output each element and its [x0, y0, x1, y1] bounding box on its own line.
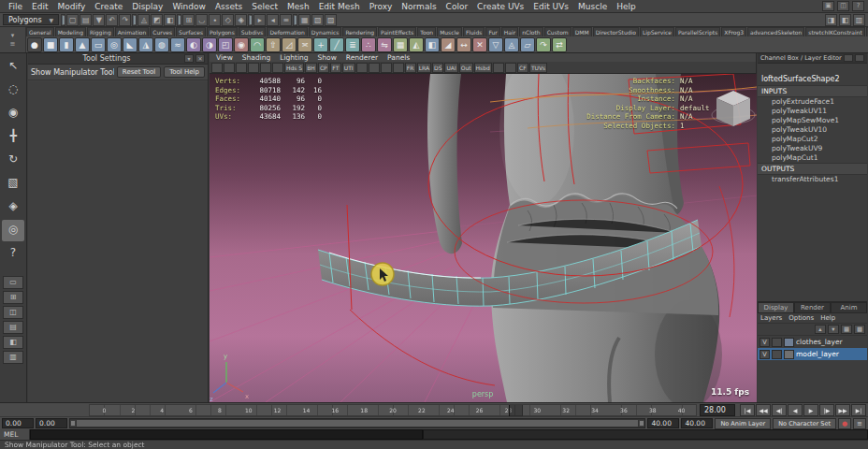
shelf-tab[interactable]: General	[26, 27, 54, 36]
film-gate-icon[interactable]	[272, 63, 283, 73]
chip-tuvs[interactable]: TUVs	[529, 63, 547, 73]
poly-helix-icon[interactable]: ≈	[170, 37, 185, 52]
viewport-menu-item[interactable]: View	[211, 53, 238, 62]
layer-row[interactable]: V model_layer	[758, 348, 867, 360]
scale-tool[interactable]: ▧	[2, 173, 24, 195]
poly-cylinder-icon[interactable]: ▮	[59, 37, 74, 52]
chip-cp[interactable]: CP	[318, 63, 329, 73]
slide-edge-icon[interactable]: ↔	[456, 37, 471, 52]
menu-item[interactable]: File	[4, 2, 27, 11]
viewport-canvas[interactable]: y x z Verts:	[210, 74, 757, 402]
menu-item[interactable]: Normals	[397, 2, 441, 11]
panel-layout-icon[interactable]: ▣	[822, 1, 834, 11]
layer-color-swatch[interactable]	[784, 350, 794, 359]
new-layer-from-selected-icon[interactable]: ▩	[854, 325, 865, 334]
time-slider-strip[interactable]: 0246810121416182022242628303234363840	[89, 404, 697, 416]
layer-display-type-toggle[interactable]	[772, 350, 782, 359]
viewport-menu-item[interactable]: Renderer	[341, 53, 383, 62]
chip-fr[interactable]: FR	[405, 63, 416, 73]
delete-edge-icon[interactable]: ✕	[472, 37, 487, 52]
shelf-tab[interactable]: Curves	[150, 27, 175, 36]
menu-item[interactable]: Mesh	[282, 2, 314, 11]
select-object-icon[interactable]: ◩	[151, 14, 163, 26]
go-to-end-button[interactable]: ▶|	[851, 404, 866, 416]
selected-node-name[interactable]: loftedSurfaceShape2	[758, 73, 867, 85]
collapse-panel-icon[interactable]: ▾	[184, 54, 194, 63]
animation-preferences-button[interactable]: ≡	[853, 418, 866, 429]
save-scene-icon[interactable]: ▼	[93, 14, 105, 26]
chip-uti[interactable]: UTI	[342, 63, 355, 73]
menu-item[interactable]: Window	[167, 2, 210, 11]
shelf-tab[interactable]: DirectorStudio	[593, 27, 639, 36]
move-tool[interactable]: ╋	[2, 126, 24, 148]
poly-prism-icon[interactable]: ◣	[123, 37, 137, 52]
hud-toggle-chip[interactable]: Hds S	[284, 63, 304, 73]
menu-item[interactable]: Edit Mesh	[314, 2, 365, 11]
wireframe-mode-icon[interactable]	[356, 63, 368, 73]
sculpt-tool-icon[interactable]: ◭	[409, 37, 424, 52]
redo-icon[interactable]: ↷	[119, 14, 131, 26]
layout-persp-graph[interactable]: ▤	[3, 321, 23, 334]
menu-set-selector[interactable]: Polygons ▼	[3, 14, 59, 25]
chip-ds[interactable]: DS	[432, 63, 443, 73]
menu-item[interactable]: Edit UVs	[528, 2, 573, 11]
step-forward-key-button[interactable]: ▶▶	[835, 404, 850, 416]
layout-uv-persp[interactable]: ▥	[3, 351, 23, 364]
shelf-tab[interactable]: Animation	[115, 27, 150, 36]
viewport-menu-item[interactable]: Lighting	[275, 53, 312, 62]
input-node-item[interactable]: polyMapCut2	[758, 135, 867, 144]
new-empty-layer-icon[interactable]: ▦	[841, 325, 852, 334]
layer-display-type-toggle[interactable]	[772, 338, 782, 347]
shelf-tab[interactable]: Dynamics	[309, 27, 342, 36]
playback-start-field[interactable]: 0.00	[36, 418, 67, 428]
animation-end-field[interactable]: 40.00	[681, 418, 713, 428]
shelf-tab[interactable]: PaintEffects	[378, 27, 416, 36]
shelf-tab[interactable]: Polygons	[207, 27, 238, 36]
layer-editor-menu-item[interactable]: Help	[820, 313, 835, 323]
render-settings-icon[interactable]: ▨	[325, 14, 337, 26]
shelf-tab[interactable]: Custom	[544, 27, 571, 36]
reset-tool-button[interactable]: Reset Tool	[117, 66, 161, 78]
select-camera-icon[interactable]	[211, 63, 223, 73]
layer-color-swatch[interactable]	[784, 338, 794, 347]
input-node-item[interactable]: polyTweakUV9	[758, 144, 867, 153]
channel-box-toggle-icon[interactable]: ▥	[853, 14, 865, 26]
animation-start-field[interactable]: 0.00	[2, 418, 34, 428]
snap-to-grid-icon[interactable]: ⊞	[182, 14, 195, 26]
shelf-tab[interactable]: Hair	[501, 27, 518, 36]
shelf-tab[interactable]: Fur	[485, 27, 499, 36]
project-curve-icon[interactable]: ↷	[536, 37, 551, 52]
poly-cube-icon[interactable]: ■	[43, 37, 58, 52]
chip-out[interactable]: Out	[459, 63, 473, 73]
input-node-item[interactable]: polyExtrudeFace1	[758, 97, 867, 107]
range-slider[interactable]	[69, 418, 645, 428]
shaded-mode-icon[interactable]	[369, 63, 380, 73]
crease-tool-icon[interactable]: ◢	[441, 37, 456, 52]
select-component-icon[interactable]: ◧	[164, 14, 176, 26]
layer-editor-tab[interactable]: Anim	[831, 302, 867, 313]
shelf-tab[interactable]: DMM	[572, 27, 592, 36]
chip-cf[interactable]: CF	[517, 63, 528, 73]
viewport-menu-item[interactable]: Show	[313, 53, 341, 62]
poly-pyramid-icon[interactable]: ◮	[138, 37, 153, 52]
move-layer-up-icon[interactable]: ▴	[815, 325, 826, 334]
range-end-handle[interactable]	[639, 420, 644, 427]
group-grip[interactable]: ‖	[132, 14, 137, 26]
group-grip[interactable]: ‖	[177, 14, 181, 26]
play-forwards-button[interactable]: ▶	[803, 404, 818, 416]
move-layer-down-icon[interactable]: ▾	[828, 325, 839, 334]
rotate-tool[interactable]: ↻	[2, 150, 24, 171]
viewport-menu-item[interactable]: Panels	[383, 53, 414, 62]
boolean-union-icon[interactable]: ◉	[234, 37, 249, 52]
isolate-select-icon[interactable]	[493, 63, 504, 73]
step-back-key-button[interactable]: ◀◀	[756, 404, 771, 416]
select-hierarchy-icon[interactable]: ◬	[137, 14, 150, 26]
camera-attributes-icon[interactable]	[224, 63, 235, 73]
chip-hsbd[interactable]: Hsbd	[474, 63, 492, 73]
history-input-icon[interactable]: ▸	[253, 14, 266, 26]
shelf-tab[interactable]: Fluids	[463, 27, 485, 36]
help-corner-icon[interactable]: ?	[852, 1, 864, 11]
chip-lra[interactable]: LRA	[417, 63, 431, 73]
menu-item[interactable]: Select	[247, 2, 282, 11]
transfer-attributes-icon[interactable]: ⇄	[552, 37, 567, 52]
